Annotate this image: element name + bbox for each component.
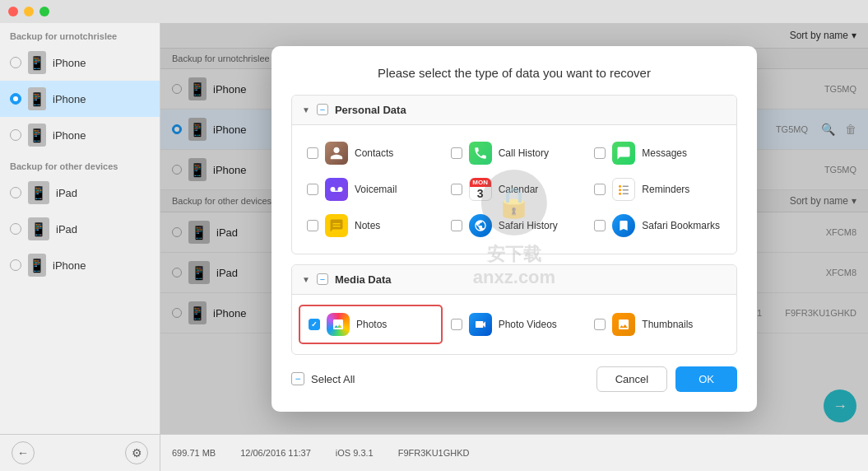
select-all-label: Select All — [311, 373, 355, 385]
checkbox-thumbnails[interactable] — [594, 319, 606, 330]
radio-iphone-1 — [10, 57, 21, 68]
data-item-safaribookmarks[interactable]: Safari Bookmarks — [586, 208, 730, 244]
personal-section-checkbox[interactable] — [317, 104, 328, 115]
data-item-messages[interactable]: Messages — [586, 135, 730, 171]
voicemail-label: Voicemail — [355, 184, 397, 195]
data-item-callhistory[interactable]: Call History — [443, 135, 587, 171]
bottom-main: 699.71 MB 12/06/2016 11:37 iOS 9.3.1 F9F… — [160, 435, 868, 471]
checkbox-safaribookmarks[interactable] — [594, 220, 606, 231]
sidebar: Backup for urnotchrislee 📱 iPhone 📱 iPho… — [0, 23, 160, 434]
checkbox-contacts[interactable] — [307, 147, 318, 159]
radio-iphone-3 — [10, 129, 21, 141]
sidebar-item-iphone-other[interactable]: 📱 iPhone — [0, 247, 160, 283]
photos-label: Photos — [356, 319, 387, 330]
radio-iphone-2 — [10, 93, 21, 105]
media-section-header: ▼ Media Data — [292, 265, 736, 295]
callhistory-icon — [469, 142, 492, 165]
sidebar-item-ipad-2[interactable]: 📱 iPad — [0, 211, 160, 247]
sidebar-item-iphone-2[interactable]: 📱 iPhone — [0, 81, 160, 117]
safaribookmarks-label: Safari Bookmarks — [642, 220, 720, 231]
bottom-size: 699.71 MB — [172, 448, 216, 458]
checkbox-photos[interactable] — [309, 319, 320, 330]
bottom-nav: ← ⚙ — [0, 435, 160, 471]
select-all-area: Select All — [291, 372, 355, 385]
iphone-icon-other: 📱 — [28, 254, 46, 277]
photos-icon — [327, 313, 350, 336]
settings-button[interactable]: ⚙ — [125, 441, 148, 464]
notes-label: Notes — [355, 220, 380, 231]
triangle-personal: ▼ — [302, 105, 310, 114]
checkbox-messages[interactable] — [594, 147, 606, 159]
main-content: Sort by name ▾ Backup for urnotchrislee … — [160, 23, 868, 434]
ok-button[interactable]: OK — [675, 366, 737, 392]
iphone-icon-1: 📱 — [28, 51, 46, 74]
minimize-button[interactable] — [24, 7, 34, 16]
sidebar-section-label-1: Backup for urnotchrislee — [0, 23, 160, 44]
cancel-button[interactable]: Cancel — [596, 366, 667, 392]
sidebar-label-ipad-1: iPad — [56, 187, 77, 199]
select-all-checkbox[interactable] — [291, 372, 304, 385]
iphone-icon-2: 📱 — [28, 87, 46, 110]
triangle-media: ▼ — [302, 275, 310, 284]
svg-rect-2 — [333, 190, 341, 192]
bottom-ios: iOS 9.3.1 — [336, 448, 374, 458]
bottom-id: F9FR3KU1GHKD — [398, 448, 470, 458]
data-item-voicemail[interactable]: Voicemail — [299, 171, 443, 208]
media-data-grid: Photos Photo Videos — [292, 295, 736, 354]
data-item-photovideos[interactable]: Photo Videos — [443, 305, 587, 344]
maximize-button[interactable] — [39, 7, 49, 16]
sidebar-label-iphone-other: iPhone — [53, 259, 86, 272]
data-type-dialog: Please select the type of data you want … — [272, 46, 757, 412]
full-bottom: ← ⚙ 699.71 MB 12/06/2016 11:37 iOS 9.3.1… — [0, 434, 868, 471]
radio-ipad-1 — [10, 187, 21, 198]
calendar-icon: MON 3 — [469, 178, 492, 201]
back-button[interactable]: ← — [12, 441, 35, 464]
callhistory-label: Call History — [499, 147, 549, 159]
checkbox-safarihistory[interactable] — [451, 220, 462, 231]
notes-icon — [325, 214, 348, 237]
photovideos-label: Photo Videos — [499, 319, 557, 330]
svg-rect-8 — [623, 193, 629, 194]
sidebar-item-iphone-1[interactable]: 📱 iPhone — [0, 44, 160, 81]
data-item-reminders[interactable]: Reminders — [586, 171, 730, 208]
media-section-checkbox[interactable] — [317, 273, 328, 285]
sidebar-label-iphone-3: iPhone — [53, 129, 86, 142]
data-item-thumbnails[interactable]: Thumbnails — [586, 305, 730, 344]
safarihistory-label: Safari History — [499, 220, 558, 231]
data-item-photos[interactable]: Photos — [299, 305, 443, 344]
data-item-notes[interactable]: Notes — [299, 208, 443, 244]
checkbox-calendar[interactable] — [451, 184, 462, 195]
checkbox-voicemail[interactable] — [307, 184, 318, 195]
sidebar-item-iphone-3[interactable]: 📱 iPhone — [0, 117, 160, 153]
sidebar-item-ipad-1[interactable]: 📱 iPad — [0, 175, 160, 211]
bottom-date: 12/06/2016 11:37 — [240, 448, 311, 458]
data-item-calendar[interactable]: MON 3 Calendar — [443, 171, 587, 208]
checkbox-reminders[interactable] — [594, 184, 606, 195]
media-data-section: ▼ Media Data Photos — [291, 264, 737, 355]
svg-point-4 — [619, 189, 621, 191]
contacts-label: Contacts — [355, 147, 393, 159]
svg-point-3 — [619, 184, 621, 187]
ipad-icon-2: 📱 — [28, 217, 49, 240]
reminders-icon — [612, 178, 635, 201]
checkbox-notes[interactable] — [307, 220, 318, 231]
close-button[interactable] — [8, 7, 18, 16]
reminders-label: Reminders — [642, 184, 689, 195]
data-item-safarihistory[interactable]: Safari History — [443, 208, 587, 244]
checkbox-callhistory[interactable] — [451, 147, 462, 159]
dialog-footer: Select All Cancel OK — [291, 366, 737, 392]
checkbox-photovideos[interactable] — [451, 319, 462, 330]
thumbnails-icon — [612, 313, 635, 336]
dialog-title: Please select the type of data you want … — [291, 66, 737, 80]
personal-data-section: ▼ Personal Data Contacts — [291, 95, 737, 254]
photovideos-icon — [469, 313, 492, 336]
sidebar-label-ipad-2: iPad — [56, 223, 77, 236]
radio-iphone-other — [10, 259, 21, 271]
calendar-label: Calendar — [499, 184, 539, 195]
data-item-contacts[interactable]: Contacts — [299, 135, 443, 171]
sidebar-section-label-2: Backup for other devices — [0, 153, 160, 175]
ipad-icon-1: 📱 — [28, 181, 49, 204]
personal-data-grid: Contacts Call History — [292, 125, 736, 254]
contacts-icon — [325, 142, 348, 165]
messages-label: Messages — [642, 147, 687, 159]
